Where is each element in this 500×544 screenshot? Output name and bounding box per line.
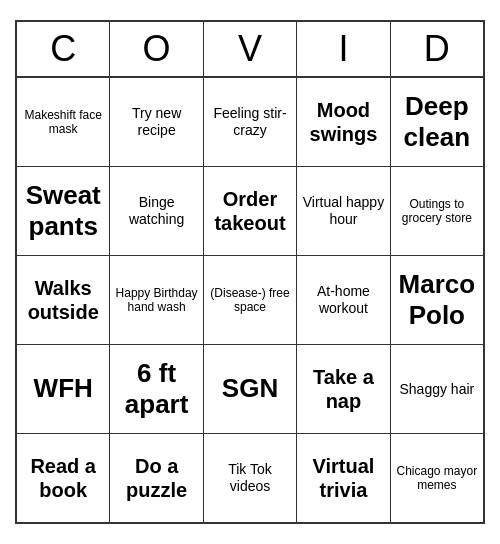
- cell-3-0: WFH: [17, 345, 110, 433]
- cell-2-4: Marco Polo: [391, 256, 483, 344]
- cell-4-1: Do a puzzle: [110, 434, 203, 522]
- grid-row-1: Sweat pantsBinge watchingOrder takeoutVi…: [17, 167, 483, 256]
- cell-2-2: (Disease-) free space: [204, 256, 297, 344]
- header-cell-c: C: [17, 22, 110, 76]
- cell-4-0: Read a book: [17, 434, 110, 522]
- cell-1-1: Binge watching: [110, 167, 203, 255]
- grid-row-2: Walks outsideHappy Birthday hand wash(Di…: [17, 256, 483, 345]
- cell-3-4: Shaggy hair: [391, 345, 483, 433]
- cell-0-4: Deep clean: [391, 78, 483, 166]
- cell-0-3: Mood swings: [297, 78, 390, 166]
- header-cell-i: I: [297, 22, 390, 76]
- cell-2-3: At-home workout: [297, 256, 390, 344]
- cell-1-0: Sweat pants: [17, 167, 110, 255]
- cell-3-2: SGN: [204, 345, 297, 433]
- bingo-grid: Makeshift face maskTry new recipeFeeling…: [17, 78, 483, 522]
- cell-0-2: Feeling stir-crazy: [204, 78, 297, 166]
- grid-row-4: Read a bookDo a puzzleTik Tok videosVirt…: [17, 434, 483, 522]
- cell-1-3: Virtual happy hour: [297, 167, 390, 255]
- cell-1-4: Outings to grocery store: [391, 167, 483, 255]
- grid-row-0: Makeshift face maskTry new recipeFeeling…: [17, 78, 483, 167]
- cell-1-2: Order takeout: [204, 167, 297, 255]
- cell-2-1: Happy Birthday hand wash: [110, 256, 203, 344]
- cell-0-0: Makeshift face mask: [17, 78, 110, 166]
- cell-4-3: Virtual trivia: [297, 434, 390, 522]
- bingo-card: COVID Makeshift face maskTry new recipeF…: [15, 20, 485, 524]
- cell-4-2: Tik Tok videos: [204, 434, 297, 522]
- cell-4-4: Chicago mayor memes: [391, 434, 483, 522]
- grid-row-3: WFH6 ft apartSGNTake a napShaggy hair: [17, 345, 483, 434]
- header-row: COVID: [17, 22, 483, 78]
- header-cell-o: O: [110, 22, 203, 76]
- cell-3-3: Take a nap: [297, 345, 390, 433]
- cell-3-1: 6 ft apart: [110, 345, 203, 433]
- header-cell-v: V: [204, 22, 297, 76]
- cell-2-0: Walks outside: [17, 256, 110, 344]
- cell-0-1: Try new recipe: [110, 78, 203, 166]
- header-cell-d: D: [391, 22, 483, 76]
